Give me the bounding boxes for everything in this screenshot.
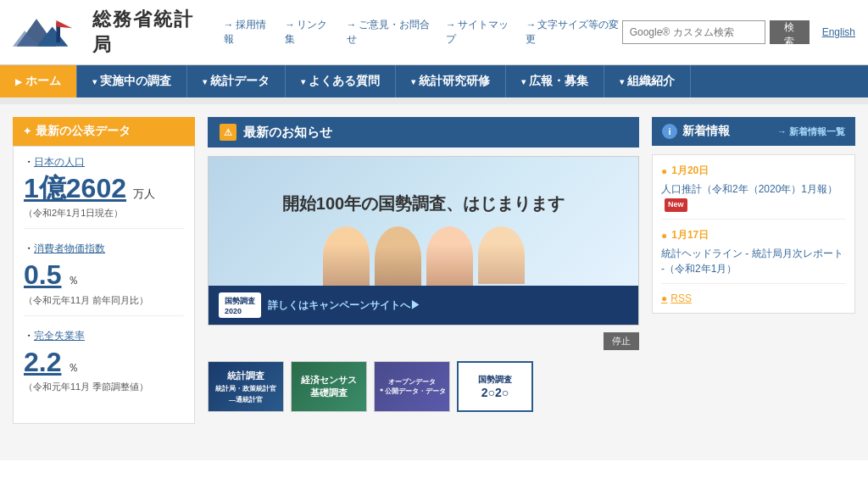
news-more-link[interactable]: → 新着情報一覧	[777, 125, 845, 138]
left-panel-title: 最新の公表データ	[13, 117, 195, 146]
news-date-0117: 1月17日	[661, 228, 846, 242]
nav-faq[interactable]: ▾よくある質問	[286, 65, 396, 97]
news-item-0117: 1月17日 統計ヘッドライン - 統計局月次レポート -（令和2年1月）	[661, 228, 846, 284]
header-nav-saiyou[interactable]: 採用情報	[224, 18, 273, 47]
thumbnail-2[interactable]: 経済センサス基礎調査	[291, 361, 367, 412]
hero-banner[interactable]: 開始100年の国勢調査、はじまります 国勢調査2020 詳しくはキャンペーンサイ…	[208, 156, 639, 326]
sub-nav-bar	[0, 97, 868, 104]
news-date-0120: 1月20日	[661, 164, 846, 178]
nav-org[interactable]: ▾組織紹介	[604, 65, 691, 97]
news-link-headline[interactable]: 統計ヘッドライン - 統計局月次レポート -（令和2年1月）	[661, 246, 846, 276]
header-nav-link[interactable]: リンク集	[285, 18, 334, 47]
english-link[interactable]: English	[822, 26, 855, 38]
new-badge: New	[665, 198, 687, 212]
thumbnail-1[interactable]: 統計調査統計局・政策統計官—通統計官	[208, 361, 284, 412]
person-figure-3	[426, 226, 473, 286]
hero-text: 開始100年の国勢調査、はじまります	[282, 192, 565, 215]
kokusei-logo: 国勢調査2020	[219, 292, 261, 318]
rss-link[interactable]: RSS	[661, 292, 846, 304]
nav-data[interactable]: ▾統計データ	[187, 65, 286, 97]
search-button[interactable]: 検索	[770, 20, 809, 44]
stat-population: ・日本の人口 1億2602 万人 （令和2年1月1日現在）	[24, 155, 184, 229]
header-nav-contact[interactable]: ご意見・お問合せ	[347, 18, 433, 47]
nav-pr[interactable]: ▾広報・募集	[506, 65, 604, 97]
news-item-0120: 1月20日 人口推計（令和2年（2020年）1月報） New	[661, 164, 846, 220]
right-panel: i 新着情報 → 新着情報一覧 1月20日 人口推計（令和2年（2020年）1月…	[652, 117, 855, 448]
nav-survey[interactable]: ▾実施中の調査	[77, 65, 187, 97]
population-link[interactable]: 日本の人口	[34, 156, 85, 168]
center-section-header: ⚠ 最新のお知らせ	[208, 117, 639, 148]
thumbnail-row: 統計調査統計局・政策統計官—通統計官 経済センサス基礎調査 オープンデータ＊公開…	[208, 361, 639, 412]
left-panel: 最新の公表データ ・日本の人口 1億2602 万人 （令和2年1月1日現在） ・…	[13, 117, 195, 448]
left-panel-content: ・日本の人口 1億2602 万人 （令和2年1月1日現在） ・消費者物価指数 0…	[13, 146, 195, 424]
right-panel-header: i 新着情報 → 新着情報一覧	[652, 117, 855, 146]
header-nav-fontsize[interactable]: 文字サイズ等の変更	[526, 18, 621, 47]
header-nav: 採用情報 リンク集 ご意見・お問合せ サイトマップ 文字サイズ等の変更	[224, 18, 622, 47]
center-panel: ⚠ 最新のお知らせ 開始100年の国勢調査、はじまります 国勢調査2020	[208, 117, 639, 448]
stop-button[interactable]: 停止	[604, 332, 639, 350]
info-icon: i	[662, 124, 677, 139]
site-logo	[13, 9, 84, 56]
header-nav-sitemap[interactable]: サイトマップ	[446, 18, 514, 47]
logo-area: 総務省統計局	[13, 7, 207, 58]
stat-unemployment: ・完全失業率 2.2 ％ （令和元年11月 季節調整値）	[24, 329, 184, 402]
news-link-population[interactable]: 人口推計（令和2年（2020年）1月報） New	[661, 181, 846, 212]
thumbnail-4[interactable]: 国勢調査2○2○	[457, 361, 533, 412]
news-content: 1月20日 人口推計（令和2年（2020年）1月報） New 1月17日 統計ヘ…	[652, 154, 855, 314]
nav-home[interactable]: ホーム	[0, 65, 77, 97]
banner-cta: 詳しくはキャンペーンサイトへ▶	[268, 298, 420, 313]
main-content: 最新の公表データ ・日本の人口 1億2602 万人 （令和2年1月1日現在） ・…	[0, 104, 868, 460]
search-area: 検索 English	[622, 20, 855, 44]
cpi-link[interactable]: 消費者物価指数	[34, 242, 105, 254]
main-nav: ホーム ▾実施中の調査 ▾統計データ ▾よくある質問 ▾統計研究研修 ▾広報・募…	[0, 65, 868, 97]
person-figure-2	[375, 226, 421, 290]
stat-cpi: ・消費者物価指数 0.5 ％ （令和元年11月 前年同月比）	[24, 242, 184, 315]
site-header: 総務省統計局 採用情報 リンク集 ご意見・お問合せ サイトマップ 文字サイズ等の…	[0, 0, 868, 65]
warning-icon: ⚠	[220, 124, 236, 141]
site-title: 総務省統計局	[92, 7, 206, 58]
unemployment-link[interactable]: 完全失業率	[34, 330, 85, 342]
person-figure-4	[478, 226, 525, 284]
nav-training[interactable]: ▾統計研究研修	[396, 65, 506, 97]
thumbnail-3[interactable]: オープンデータ＊公開データ・データ	[374, 361, 450, 412]
person-figure-1	[323, 226, 370, 286]
search-input[interactable]	[622, 20, 766, 44]
